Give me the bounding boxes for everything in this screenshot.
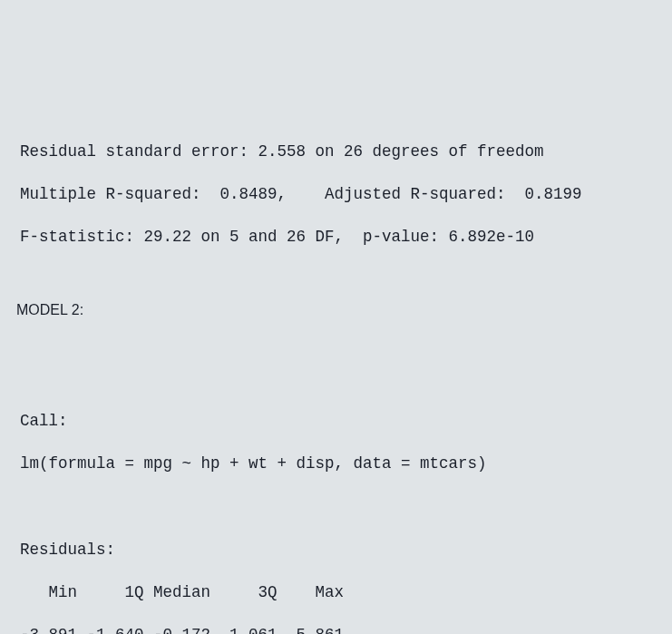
call-header: Call:: [20, 411, 656, 433]
residuals-values: -3.891 -1.640 -0.172 1.061 5.861: [20, 625, 656, 634]
model1-fstat-line: F-statistic: 29.22 on 5 and 26 DF, p-val…: [20, 227, 656, 249]
model1-rse-line: Residual standard error: 2.558 on 26 deg…: [20, 141, 656, 163]
blank-line-2: [20, 497, 656, 519]
model1-r2-line: Multiple R-squared: 0.8489, Adjusted R-s…: [20, 184, 656, 206]
r-output-page: Residual standard error: 2.558 on 26 deg…: [0, 107, 672, 634]
residuals-colnames: Min 1Q Median 3Q Max: [20, 582, 656, 604]
residuals-header: Residuals:: [20, 540, 656, 561]
model2-heading: MODEL 2:: [16, 300, 656, 320]
call-formula: lm(formula = mpg ~ hp + wt + disp, data …: [20, 454, 656, 475]
blank-line-1: [20, 368, 656, 390]
